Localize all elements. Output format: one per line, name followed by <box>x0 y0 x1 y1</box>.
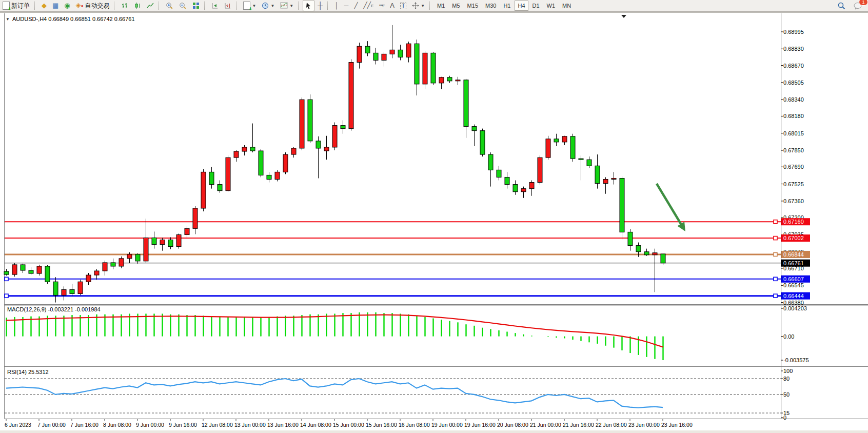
macd-label: MACD(12,26,9) -0.003221 -0.001984 <box>7 306 101 312</box>
shift-offset-icon <box>224 2 231 9</box>
timeframe-mn[interactable]: MN <box>559 1 574 11</box>
price-tick: 0.68015 <box>783 130 804 136</box>
price-tick: 0.66380 <box>783 300 804 306</box>
arrows-icon <box>412 2 419 9</box>
line-chart-type-button[interactable] <box>144 0 156 11</box>
notification-badge: 1 <box>859 0 868 6</box>
fibonacci-tool[interactable]: ┅F <box>377 0 387 11</box>
chart-area[interactable]: 0.689950.688300.686700.685050.683400.681… <box>0 12 868 433</box>
rsi-tick: 0 <box>783 415 786 421</box>
indicators-button[interactable]: ▼ <box>278 0 296 11</box>
time-label: 12 Jun 08:00 <box>202 422 233 428</box>
text-icon: A <box>390 3 394 9</box>
crosshair-tool-button[interactable]: ┼ <box>315 0 325 11</box>
report-button[interactable]: ▦ <box>50 0 61 11</box>
price-tick: 0.68180 <box>783 113 804 119</box>
time-label: 9 Jun 16:00 <box>169 422 197 428</box>
cursor-tool-button[interactable] <box>303 0 314 11</box>
price-tick: 0.68340 <box>783 96 804 103</box>
search-icon <box>837 2 845 10</box>
trendline-tool[interactable]: ╱ <box>351 0 360 11</box>
macd-tick: -0.003575 <box>783 357 809 363</box>
zoom-in-button[interactable] <box>163 0 176 11</box>
price-line-badge: 0.66761 <box>783 260 804 266</box>
report-icon: ▦ <box>52 3 58 9</box>
chart-shift-button[interactable] <box>222 0 234 11</box>
periods-button[interactable]: ▼ <box>259 0 277 11</box>
signal-button[interactable]: ◉ <box>62 0 72 11</box>
time-label: 16 Jun 08:00 <box>399 422 430 428</box>
toolbar: + 新订单 ◆ ▦ ◉ ◈● 自动交易 +▼ ▼ ▼ <box>0 0 868 12</box>
auto-scroll-button[interactable] <box>209 0 221 11</box>
seal-button[interactable]: ◆ <box>39 0 49 11</box>
cursor-icon <box>305 2 312 9</box>
time-label: 9 Jun 00:00 <box>136 422 164 428</box>
time-label: 7 Jun 00:00 <box>37 422 66 428</box>
timeframe-m15[interactable]: M15 <box>464 1 481 11</box>
price-tick: 0.68830 <box>783 46 804 52</box>
time-label: 19 Jun 00:00 <box>431 422 463 428</box>
price-tick: 0.67525 <box>783 181 804 187</box>
text-tool[interactable]: A <box>387 0 397 11</box>
vertical-line-tool[interactable]: │ <box>332 0 341 11</box>
timeframe-h1[interactable]: H1 <box>500 1 514 11</box>
zoom-in-icon <box>166 2 173 10</box>
timeframe-h4[interactable]: H4 <box>515 1 528 11</box>
channel-icon: ╱╱E <box>363 2 373 9</box>
timeframe-group: M1M5M15M30H1H4D1W1MN <box>434 1 574 11</box>
clock-icon <box>262 2 269 9</box>
notifications-button[interactable]: 1 <box>851 0 865 11</box>
separator <box>298 2 301 10</box>
separator <box>236 2 239 10</box>
time-label: 21 Jun 00:00 <box>530 422 561 428</box>
symbol-info[interactable]: ▼AUDUSD-,H4 0.66849 0.66851 0.66742 0.66… <box>6 16 135 22</box>
search-button[interactable] <box>835 0 848 11</box>
macd-tick: 0.00 <box>783 333 794 340</box>
bar-chart-icon <box>121 2 128 9</box>
zoom-out-button[interactable] <box>176 0 189 11</box>
price-tick: 0.67690 <box>783 164 804 170</box>
time-label: 6 Jun 2023 <box>5 422 31 428</box>
indicators-icon <box>280 2 288 9</box>
line-chart-icon <box>147 2 154 9</box>
price-tick: 0.68505 <box>783 80 804 86</box>
vertical-line-icon: │ <box>334 3 339 9</box>
timeframe-m1[interactable]: M1 <box>434 1 448 11</box>
separator <box>114 2 116 10</box>
time-label: 23 Jun 00:00 <box>628 422 660 428</box>
price-line-badge: 0.66444 <box>783 293 804 299</box>
auto-trading-button[interactable]: ◈● 自动交易 <box>73 0 112 11</box>
new-order-button[interactable]: + 新订单 <box>0 0 32 11</box>
text-label-tool[interactable]: T <box>398 0 409 11</box>
new-chart-button[interactable]: +▼ <box>241 0 259 11</box>
macd-tick: 0.004203 <box>783 305 807 311</box>
rsi-tick: 50 <box>783 391 790 398</box>
timeframe-w1[interactable]: W1 <box>544 1 559 11</box>
price-line-badge: 0.67002 <box>783 235 804 241</box>
candlestick-type-button[interactable] <box>131 0 144 11</box>
horizontal-line-icon: ─ <box>344 3 349 9</box>
horizontal-line-tool[interactable]: ─ <box>342 0 351 11</box>
rsi-tick: 100 <box>783 368 793 374</box>
separator <box>159 2 161 10</box>
time-label: 20 Jun 08:00 <box>497 422 528 428</box>
tile-windows-button[interactable] <box>190 0 202 11</box>
toolbar-right: 1 <box>835 0 868 11</box>
bar-chart-type-button[interactable] <box>119 0 131 11</box>
timeframe-m5[interactable]: M5 <box>449 1 463 11</box>
auto-trading-label: 自动交易 <box>85 2 109 10</box>
price-line-badge: 0.66844 <box>783 251 804 258</box>
time-label: 21 Jun 16:00 <box>563 422 594 428</box>
time-label: 13 Jun 00:00 <box>234 422 266 428</box>
chevron-down-icon: ▼ <box>6 17 10 22</box>
timeframe-d1[interactable]: D1 <box>529 1 543 11</box>
separator <box>327 2 330 10</box>
arrows-tool[interactable]: ▼ <box>409 0 427 11</box>
channel-tool[interactable]: ╱╱E <box>361 0 376 11</box>
seal-icon: ◆ <box>42 3 47 9</box>
time-label: 7 Jun 16:00 <box>70 422 98 428</box>
price-line-badge: 0.67160 <box>783 219 804 225</box>
time-label: 15 Jun 16:00 <box>366 422 397 428</box>
timeframe-m30[interactable]: M30 <box>482 1 499 11</box>
new-order-icon: + <box>3 2 10 10</box>
